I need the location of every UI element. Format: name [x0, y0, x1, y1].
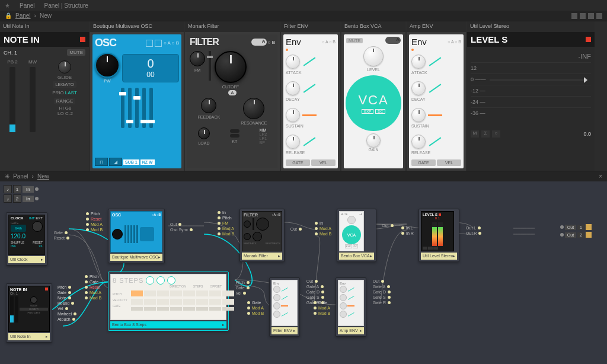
osc-slider-1[interactable] [121, 88, 124, 128]
port-gate-s[interactable]: Gate S [306, 295, 320, 299]
port-gate[interactable]: Gate [90, 280, 98, 284]
structure-breadcrumb-panel[interactable]: Panel [13, 173, 28, 180]
port-mod-b[interactable]: Mod B [90, 296, 101, 300]
graph-canvas[interactable]: CLOCK INT EXT GATE 64th 120.0 SHUFFLERES… [4, 207, 603, 362]
port-gate-a[interactable]: Gate A [306, 285, 319, 289]
block-amp-env[interactable]: Gate Mod A Mod B Env Out Gate A Gate D G… [336, 277, 366, 337]
port-atouch[interactable]: Atouch [57, 317, 71, 321]
block-menu-icon[interactable]: ▸ [222, 323, 225, 327]
filter-vslider[interactable] [209, 51, 211, 81]
mode-lp2[interactable]: LP2 [260, 132, 267, 136]
wave-square-button[interactable]: ⊓ [95, 158, 108, 166]
port-out[interactable]: Out [382, 223, 388, 228]
view-icon-4[interactable] [596, 13, 602, 19]
release-knob[interactable] [411, 135, 426, 149]
port-mod-b[interactable]: Mod B [222, 232, 234, 236]
structure-breadcrumb-new[interactable]: New [37, 173, 49, 180]
block-menu-icon[interactable]: ▸ [278, 254, 280, 258]
port-mod-a[interactable]: Mod A [320, 226, 331, 231]
port-reset[interactable]: Reset [91, 217, 101, 221]
env-ab[interactable]: ○ A ○ B [322, 40, 336, 44]
osc-wave-icon[interactable] [155, 40, 162, 47]
port-gate[interactable]: Gate [57, 290, 66, 295]
wave-saw-button[interactable]: ◢ [109, 158, 122, 166]
block-menu-icon[interactable]: ▸ [360, 328, 362, 333]
decay-knob[interactable] [411, 81, 426, 95]
decay-knob[interactable] [286, 81, 300, 95]
block-vca[interactable]: In Mod A Mod B MUTE○A VCA EXPDC Out Bent… [337, 209, 376, 262]
port-out-pitch[interactable]: Pitch [235, 280, 245, 285]
close-structure-icon[interactable]: × [599, 173, 602, 180]
menu-panel-structure[interactable]: Panel | Structure [44, 2, 88, 9]
legato-button[interactable]: LEGATO [53, 81, 76, 88]
speaker-icon[interactable] [586, 224, 592, 230]
block-filter-env[interactable]: Gate Mod A Mod B Env Out Gate A Gate D G… [269, 277, 300, 337]
port-out[interactable]: Out [290, 227, 297, 231]
sum-button[interactable]: Σ [481, 130, 490, 138]
sustain-knob[interactable] [411, 108, 426, 122]
block-menu-icon[interactable]: ▸ [46, 334, 48, 339]
level-slider[interactable] [490, 79, 587, 81]
mode-mm[interactable]: MM [260, 128, 267, 132]
vca-mute-button[interactable]: MUTE [346, 38, 363, 43]
port-mod-a[interactable]: Mod A [252, 306, 264, 310]
port-oscsync[interactable]: Osc Sync [170, 228, 188, 232]
mono-button[interactable]: M [471, 130, 479, 138]
port-gate-a[interactable]: Gate A [373, 285, 385, 289]
port-mod-b[interactable]: Mod B [320, 232, 331, 236]
feedback-knob[interactable] [201, 98, 216, 113]
in2-num[interactable]: 2 [13, 194, 21, 203]
port-in[interactable]: In [320, 221, 323, 225]
level-knob[interactable] [363, 46, 384, 66]
prio-value[interactable]: LAST [65, 90, 77, 95]
kt-toggles[interactable] [230, 129, 239, 138]
out2-num[interactable]: 2 [577, 232, 584, 238]
in1-port-icon[interactable] [35, 187, 39, 191]
port-reset[interactable]: Reset [54, 236, 65, 240]
osc-ab[interactable]: ○ A ○ B [164, 40, 179, 46]
view-icon-2[interactable] [580, 13, 586, 19]
fm-knob[interactable] [190, 51, 205, 66]
pw-knob[interactable] [95, 53, 120, 78]
block-8steps[interactable]: Pitch Gate Reset Mod A Mod B 8 STEPS DIR… [108, 272, 229, 331]
lock-icon[interactable]: 🔒 [5, 12, 12, 19]
block-note-in[interactable]: NOTE IN CH. 1 GLIDE LEGATO PRIO LAST Pit… [6, 283, 52, 343]
block-menu-icon[interactable]: ▸ [453, 254, 455, 258]
osc-slider-2[interactable] [128, 88, 132, 128]
vel-button[interactable]: VEL [437, 159, 461, 166]
port-gate-s[interactable]: Gate S [373, 295, 386, 299]
cutoff-knob[interactable] [215, 51, 247, 83]
port-mod-a[interactable]: Mod A [90, 290, 101, 295]
port-gate-r[interactable]: Gate R [373, 301, 386, 305]
port-out[interactable]: Out [170, 222, 177, 226]
port-mod-a[interactable]: Mod A [222, 226, 234, 231]
in2-port-icon[interactable] [35, 197, 39, 200]
port-mod-b[interactable]: Mod B [252, 311, 264, 315]
tune-display[interactable]: 0 00 [122, 54, 179, 82]
gate-button[interactable]: GATE [286, 159, 310, 166]
out1-num[interactable]: 1 [577, 225, 584, 230]
block-clock[interactable]: CLOCK INT EXT GATE 64th 120.0 SHUFFLERES… [6, 212, 47, 266]
vel-button[interactable]: VEL [311, 159, 336, 166]
hi-value[interactable]: G8 [65, 106, 72, 111]
port-pitch[interactable]: Pitch [90, 274, 99, 279]
block-menu-icon[interactable]: ▸ [293, 328, 296, 333]
vca-ab-switch[interactable] [385, 37, 401, 44]
out1-port-icon[interactable] [560, 225, 564, 229]
port-pitch[interactable]: Pitch [91, 212, 100, 216]
port-out-gate[interactable]: Gate [235, 286, 244, 290]
osc-slider-5[interactable] [149, 88, 153, 128]
mute-button[interactable]: ○ [492, 130, 500, 138]
block-menu-icon[interactable]: ▸ [158, 255, 161, 260]
release-knob[interactable] [286, 135, 300, 149]
sustain-knob[interactable] [286, 108, 300, 122]
port-gate-d[interactable]: Gate D [306, 290, 320, 294]
port-gate-d[interactable]: Gate D [373, 290, 386, 294]
pb-slider[interactable] [9, 67, 15, 132]
mode-lp1[interactable]: LP1 [260, 136, 267, 141]
out2-port-icon[interactable] [560, 233, 564, 237]
port-pbend[interactable]: Pbend [57, 301, 69, 305]
mw-slider[interactable] [30, 67, 36, 132]
port-vel[interactable]: Vel [57, 306, 63, 311]
mute-button[interactable]: MUTE [67, 49, 85, 56]
